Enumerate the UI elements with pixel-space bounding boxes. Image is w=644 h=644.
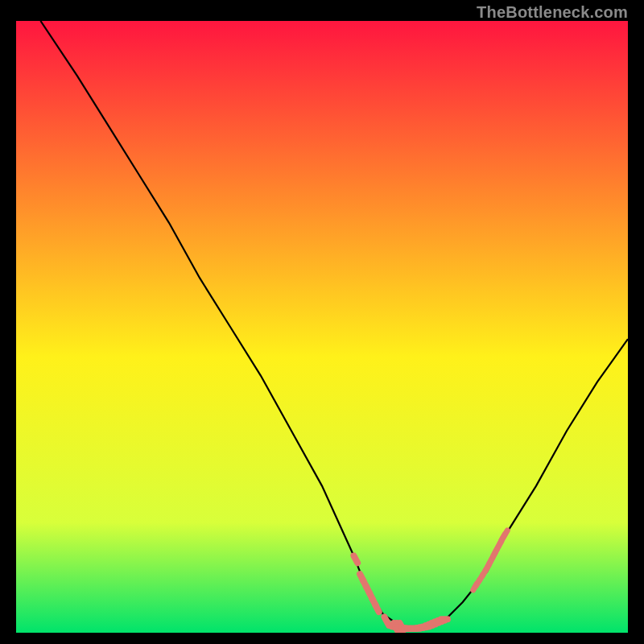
chart-frame: [16, 21, 628, 633]
marker-dash: [438, 616, 451, 622]
watermark-text: TheBottleneck.com: [477, 3, 628, 22]
gradient-background: [16, 21, 628, 633]
bottleneck-chart: [16, 21, 628, 633]
